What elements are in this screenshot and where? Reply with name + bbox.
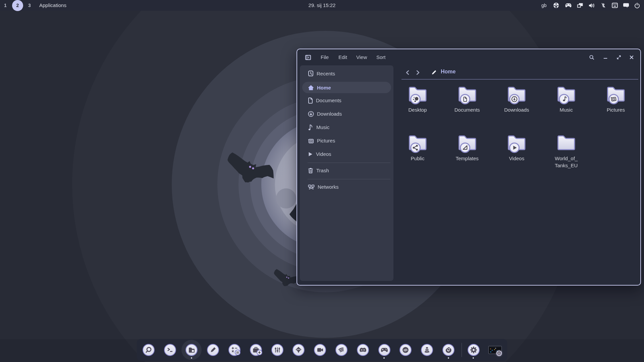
svg-text:qb: qb xyxy=(404,348,408,352)
